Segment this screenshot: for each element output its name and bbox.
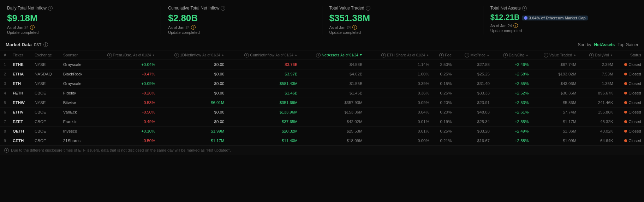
cell-1d-inflow: $1.17M [158,136,227,145]
top-metrics-section: Daily Total Net Inflow i $9.18M As of Ja… [0,0,644,39]
metric-update-total-value-traded: Update completed [329,30,476,35]
col-mkt-price[interactable]: i MktPrice ▲ [454,50,493,60]
col-daily-chg[interactable]: i DailyChg ▲ [493,50,531,60]
cell-fee: 0.21% [432,136,454,145]
cell-eth-share: 0.09% [365,98,432,107]
cell-ticker: ETHE [10,60,32,69]
cell-1d-inflow: $0.00 [158,60,227,69]
cell-value-traded: $1.17M [531,117,579,126]
cell-exchange: NYSE [32,98,60,107]
cell-eth-share: 0.01% [365,126,432,136]
market-header: Market Data EST i Sort by NetAssets Top … [0,39,644,50]
table-row: 2 ETHA NASDAQ BlackRock -0.47% $0.00 $3.… [0,69,644,79]
cell-num: 4 [0,88,10,98]
sort-top-gainer[interactable]: Top Gainer [618,42,638,47]
metric-info-icon-daily-net-inflow[interactable]: i [48,6,53,11]
metric-date-cumulative-net-inflow: As of Jan 24 [168,25,190,30]
cell-num: 7 [0,117,10,126]
metric-card-total-value-traded: Total Value Traded i $351.38M As of Jan … [322,6,483,35]
col-value-traded[interactable]: i Value Traded ▲ [531,50,579,60]
table-row: 7 EZET CBOE Franklin -0.49% $0.00 $37.65… [0,117,644,126]
cell-num: 9 [0,136,10,145]
metric-warn-icon-cumulative-net-inflow[interactable]: ! [191,25,196,30]
cell-status: Closed [616,69,644,79]
status-closed-badge: Closed [624,62,641,67]
col-daily-vol[interactable]: i DailyVol ▲ [579,50,616,60]
metric-info-icon-cumulative-net-inflow[interactable]: i [221,6,225,11]
mkt-price-info-icon[interactable]: i [465,53,469,57]
cell-eth-share: 1.14% [365,60,432,69]
cell-num: 2 [0,69,10,79]
cell-daily-chg: +2.68% [493,69,531,79]
prem-disc-info-icon[interactable]: i [107,53,112,57]
sort-net-assets[interactable]: NetAssets [594,42,615,47]
metric-card-cumulative-net-inflow: Cumulative Total Net Inflow i $2.80B As … [161,6,322,35]
table-row: 5 ETHW NYSE Bitwise -0.53% $6.01M $351.6… [0,98,644,107]
cell-sponsor: Grayscale [60,79,91,88]
cell-1d-inflow: $6.01M [158,98,227,107]
col-1d-net-inflow[interactable]: i 1DNetInflow As of 01/24 ▲ [158,50,227,60]
metric-warn-icon-total-value-traded[interactable]: ! [352,25,357,30]
sort-by-label: Sort by [578,42,591,47]
cell-num: 6 [0,107,10,117]
cell-cum-inflow: $11.40M [227,136,300,145]
status-closed-badge: Closed [624,120,641,124]
cell-value-traded: $193.02M [531,69,579,79]
metric-info-icon-total-net-assets[interactable]: i [522,6,527,11]
cell-1d-inflow: $0.00 [158,79,227,88]
cell-daily-chg: +2.52% [493,88,531,98]
cell-status: Closed [616,60,644,69]
eth-share-info-icon[interactable]: i [381,53,386,57]
cell-daily-vol: 896.67K [579,88,616,98]
cell-1d-inflow: $0.00 [158,117,227,126]
cell-1d-inflow: $0.00 [158,88,227,98]
col-cum-net-inflow[interactable]: i CumNetInflow As of 01/24 ▲ [227,50,300,60]
metric-warn-icon-total-net-assets[interactable]: ! [513,23,518,28]
fee-info-icon[interactable]: i [439,53,444,57]
cell-status: Closed [616,98,644,107]
cell-fee: 0.25% [432,88,454,98]
daily-chg-info-icon[interactable]: i [503,53,508,57]
cell-net-assets: $4.02B [300,69,365,79]
cell-daily-chg: +2.46% [493,60,531,69]
col-eth-share[interactable]: i ETH Share As of 01/24 ▲ [365,50,432,60]
cell-daily-vol: 64.64K [579,136,616,145]
table-row: 9 CETH CBOE 21Shares -0.50% $1.17M $11.4… [0,136,644,145]
cell-prem-disc: -0.50% [91,136,158,145]
col-ticker: Ticker [10,50,32,60]
cell-fee: 0.20% [432,98,454,107]
cum-inflow-info-icon[interactable]: i [244,53,249,57]
cell-cum-inflow: $351.69M [227,98,300,107]
metric-date-total-value-traded: As of Jan 24 [329,25,351,30]
cell-exchange: CBOE [32,107,60,117]
cell-daily-chg: +2.58% [493,136,531,145]
metric-card-total-net-assets: Total Net Assets i $12.21B 3.04% of Ethe… [483,6,644,35]
cell-mkt-price: $33.28 [454,126,493,136]
col-prem-disc[interactable]: i Prem./Dsc. As of 01/24 ▲ [91,50,158,60]
market-info-icon[interactable]: i [43,42,48,47]
value-traded-info-icon[interactable]: i [544,53,548,57]
cell-mkt-price: $48.83 [454,107,493,117]
net-assets-info-icon[interactable]: i [316,53,321,57]
cell-prem-disc: -0.47% [91,69,158,79]
metric-sub-total-net-assets: As of Jan 24 ! [490,23,637,28]
cell-mkt-price: $31.40 [454,79,493,88]
col-fee[interactable]: i Fee [432,50,454,60]
status-closed-badge: Closed [624,139,641,143]
cell-net-assets: $1.45B [300,88,365,98]
metric-value-daily-net-inflow: $9.18M [7,13,154,24]
1d-inflow-info-icon[interactable]: i [174,53,179,57]
cell-exchange: CBOE [32,88,60,98]
cell-mkt-price: $33.33 [454,88,493,98]
cell-cum-inflow: $1.46B [227,88,300,98]
footer-note-text: Due to the different disclosure times of… [11,148,231,152]
cell-cum-inflow: -$3.76B [227,60,300,69]
cell-eth-share: 0.36% [365,88,432,98]
daily-vol-info-icon[interactable]: i [589,53,594,57]
cell-value-traded: $7.74M [531,107,579,117]
cell-cum-inflow: $37.65M [227,117,300,126]
metric-warn-icon-daily-net-inflow[interactable]: ! [30,25,35,30]
status-dot [624,73,627,75]
col-net-assets[interactable]: i NetAssets As of 01/24 ▼ [300,50,365,60]
metric-info-icon-total-value-traded[interactable]: i [366,6,370,11]
